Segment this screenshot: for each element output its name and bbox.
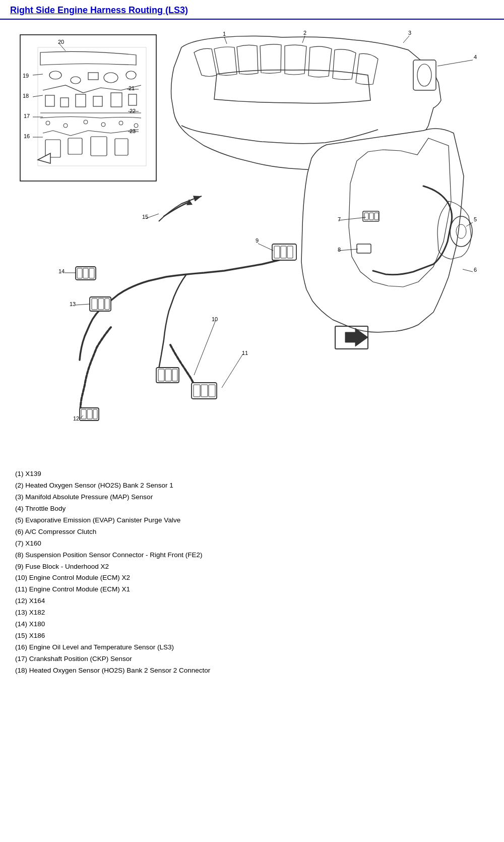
legend-number: (15) <box>15 632 27 639</box>
legend-number: (5) <box>15 516 24 524</box>
svg-line-94 <box>194 320 216 375</box>
legend-label: X180 <box>29 620 45 628</box>
legend-number: (11) <box>15 585 27 593</box>
legend-number: (2) <box>15 482 24 489</box>
svg-rect-63 <box>76 267 96 280</box>
legend-item: (10) Engine Control Module (ECM) X2 <box>15 572 489 584</box>
svg-rect-47 <box>156 368 179 383</box>
svg-text:18: 18 <box>23 93 29 99</box>
svg-rect-51 <box>192 383 217 399</box>
legend-label: Fuse Block - Underhood X2 <box>25 563 109 570</box>
svg-line-86 <box>463 269 473 272</box>
page-title: Right Side Engine Harness Routing (LS3) <box>0 0 504 20</box>
title-heading: Right Side Engine Harness Routing (LS3) <box>10 5 494 16</box>
legend-number: (4) <box>15 505 24 512</box>
legend-item: (5) Evaporative Emission (EVAP) Canister… <box>15 515 489 526</box>
legend-item: (18) Heated Oxygen Sensor (HO2S) Bank 2 … <box>15 665 489 677</box>
svg-line-96 <box>222 354 243 388</box>
legend-number: (9) <box>15 563 24 570</box>
legend-label: X160 <box>25 539 41 547</box>
svg-rect-59 <box>90 297 111 311</box>
legend-label: X164 <box>29 597 45 605</box>
legend-number: (13) <box>15 609 27 616</box>
legend-number: (7) <box>15 539 24 547</box>
legend-item: (12) X164 <box>15 595 489 607</box>
legend-label: Crankshaft Position (CKP) Sensor <box>29 655 132 663</box>
svg-text:11: 11 <box>242 350 248 356</box>
svg-line-92 <box>258 244 273 251</box>
legend-number: (1) <box>15 470 24 477</box>
legend-label: X182 <box>29 609 45 616</box>
svg-rect-38 <box>413 60 436 90</box>
legend-number: (8) <box>15 551 24 559</box>
svg-text:1: 1 <box>223 31 226 37</box>
svg-text:6: 6 <box>474 267 477 273</box>
legend-number: (16) <box>15 643 27 651</box>
legend-item: (9) Fuse Block - Underhood X2 <box>15 561 489 573</box>
legend-item: (7) X160 <box>15 538 489 550</box>
legend: (1) X139(2) Heated Oxygen Sensor (HO2S) … <box>0 463 504 687</box>
legend-item: (13) X182 <box>15 607 489 619</box>
legend-label: X139 <box>25 470 41 477</box>
legend-number: (12) <box>15 597 27 605</box>
svg-text:19: 19 <box>23 73 29 79</box>
legend-item: (2) Heated Oxygen Sensor (HO2S) Bank 2 S… <box>15 480 489 492</box>
legend-label: Manifold Absolute Pressure (MAP) Sensor <box>25 493 153 501</box>
engine-diagram: 20 19 18 17 16 21 22 23 <box>10 25 494 458</box>
legend-label: Evaporative Emission (EVAP) Canister Pur… <box>25 516 180 524</box>
legend-number: (3) <box>15 493 24 501</box>
legend-label: Engine Control Module (ECM) X1 <box>29 585 130 593</box>
legend-item: (17) Crankshaft Position (CKP) Sensor <box>15 653 489 665</box>
svg-text:2: 2 <box>303 30 306 36</box>
legend-label: Throttle Body <box>25 505 66 512</box>
svg-text:20: 20 <box>58 39 64 45</box>
svg-text:5: 5 <box>474 216 477 222</box>
legend-item: (3) Manifold Absolute Pressure (MAP) Sen… <box>15 492 489 503</box>
svg-text:15: 15 <box>142 214 148 220</box>
legend-item: (16) Engine Oil Level and Temperature Se… <box>15 642 489 653</box>
legend-item: (11) Engine Control Module (ECM) X1 <box>15 584 489 595</box>
svg-text:17: 17 <box>24 113 30 119</box>
legend-number: (10) <box>15 574 27 581</box>
svg-rect-46 <box>357 244 371 253</box>
svg-text:12: 12 <box>73 415 79 422</box>
legend-item: (8) Suspension Position Sensor Connector… <box>15 550 489 561</box>
legend-label: Engine Oil Level and Temperature Sensor … <box>29 643 174 651</box>
legend-label: Suspension Position Sensor Connector - R… <box>25 551 202 559</box>
legend-number: (17) <box>15 655 27 663</box>
svg-rect-55 <box>80 408 99 420</box>
legend-label: A/C Compressor Clutch <box>25 528 97 535</box>
svg-text:16: 16 <box>24 133 30 139</box>
svg-text:23: 23 <box>130 128 136 134</box>
legend-item: (15) X186 <box>15 630 489 642</box>
svg-line-100 <box>76 304 90 305</box>
svg-text:3: 3 <box>408 30 411 36</box>
legend-number: (6) <box>15 528 24 535</box>
svg-line-80 <box>403 36 409 43</box>
legend-item: (1) X139 <box>15 468 489 480</box>
legend-item: (6) A/C Compressor Clutch <box>15 526 489 538</box>
svg-text:7: 7 <box>338 216 341 222</box>
legend-number: (18) <box>15 667 27 674</box>
legend-label: Heated Oxygen Sensor (HO2S) Bank 2 Senso… <box>25 482 173 489</box>
legend-label: Engine Control Module (ECM) X2 <box>29 574 130 581</box>
svg-text:8: 8 <box>338 247 341 253</box>
legend-label: X186 <box>29 632 45 639</box>
legend-number: (14) <box>15 620 27 628</box>
svg-text:10: 10 <box>212 316 218 322</box>
legend-label: Heated Oxygen Sensor (HO2S) Bank 2 Senso… <box>29 667 210 674</box>
svg-line-82 <box>437 60 473 66</box>
svg-text:14: 14 <box>58 268 65 274</box>
legend-item: (4) Throttle Body <box>15 503 489 515</box>
svg-text:9: 9 <box>256 237 259 244</box>
diagram-container: 20 19 18 17 16 21 22 23 <box>0 20 504 463</box>
legend-item: (14) X180 <box>15 619 489 630</box>
svg-text:13: 13 <box>70 301 76 307</box>
svg-text:4: 4 <box>474 54 477 60</box>
